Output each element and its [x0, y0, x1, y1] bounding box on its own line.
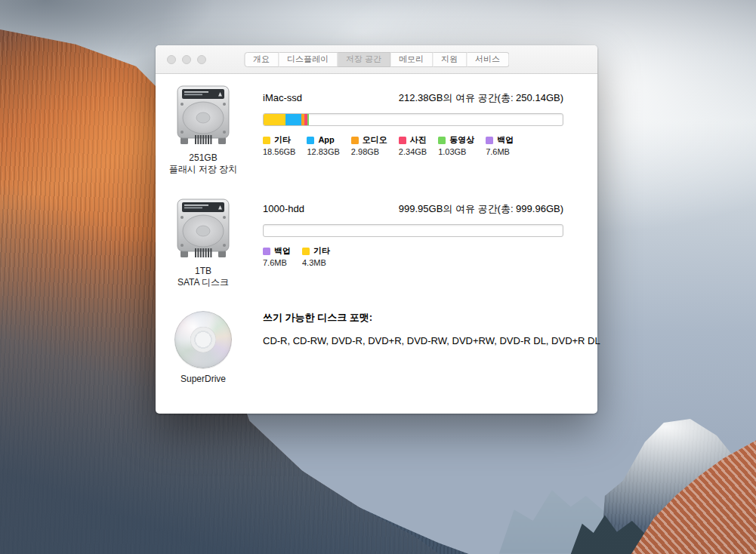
device-type: SATA 디스크: [162, 277, 245, 288]
title-bar: 개요디스플레이저장 공간메모리지원서비스: [156, 45, 597, 74]
usage-segment: [307, 114, 309, 125]
writable-formats-title: 쓰기 가능한 디스크 포맷:: [263, 312, 563, 324]
tab-bar: 개요디스플레이저장 공간메모리지원서비스: [244, 52, 509, 67]
legend-size: 2.98GB: [351, 147, 387, 157]
storage-legend: 백업7.6MB기타4.3MB: [263, 246, 563, 268]
volume-section-1000-hdd: 1000-hdd 999.95GB의 여유 공간(총: 999.96GB) 백업…: [263, 203, 563, 268]
tab-displays[interactable]: 디스플레이: [279, 52, 338, 67]
tab-storage[interactable]: 저장 공간: [338, 52, 390, 67]
device-type: 플래시 저장 장치: [162, 164, 245, 175]
legend-swatch-icon: [438, 137, 446, 144]
legend-size: 7.6MB: [263, 258, 291, 268]
device-label: SuperDrive: [162, 374, 245, 385]
storage-legend: 기타18.56GBApp12.83GB오디오2.98GB사진2.34GB동영상1…: [263, 135, 563, 157]
writable-formats-list: CD-R, CD-RW, DVD-R, DVD+R, DVD-RW, DVD+R…: [263, 335, 563, 347]
legend-label: 동영상: [449, 135, 474, 145]
legend-size: 4.3MB: [302, 258, 330, 268]
legend-swatch-icon: [302, 248, 310, 255]
usage-segment: [264, 114, 285, 125]
legend-item: 백업7.6MB: [486, 135, 514, 157]
tab-overview[interactable]: 개요: [244, 52, 279, 67]
legend-label: 백업: [497, 135, 514, 145]
legend-size: 2.34GB: [399, 147, 427, 157]
legend-label: 기타: [313, 246, 330, 256]
legend-label: 백업: [274, 246, 291, 256]
legend-swatch-icon: [263, 137, 270, 144]
legend-item: 오디오2.98GB: [351, 135, 387, 157]
device-sata-disk: 1TB SATA 디스크: [162, 199, 245, 288]
tab-memory[interactable]: 메모리: [390, 52, 433, 67]
legend-swatch-icon: [486, 137, 493, 144]
tab-support[interactable]: 지원: [433, 52, 467, 67]
volume-name: iMac-ssd: [263, 92, 302, 104]
device-capacity: 1TB: [162, 266, 245, 277]
legend-item: 동영상1.03GB: [438, 135, 474, 157]
device-capacity: 251GB: [162, 152, 245, 164]
traffic-lights: [167, 55, 206, 64]
legend-item: 기타18.56GB: [263, 135, 295, 157]
storage-usage-bar: [263, 224, 563, 237]
free-space-text: 212.38GB의 여유 공간(총: 250.14GB): [399, 92, 563, 104]
legend-swatch-icon: [351, 137, 359, 144]
hard-drive-icon: [175, 199, 231, 260]
legend-item: 사진2.34GB: [399, 135, 427, 157]
legend-label: 사진: [410, 135, 427, 145]
volume-name: 1000-hdd: [263, 203, 304, 215]
minimize-button[interactable]: [182, 55, 191, 64]
optical-section: 쓰기 가능한 디스크 포맷: CD-R, CD-RW, DVD-R, DVD+R…: [263, 312, 563, 347]
storage-usage-bar: [263, 113, 563, 126]
free-space-text: 999.95GB의 여유 공간(총: 999.96GB): [399, 203, 563, 215]
legend-swatch-icon: [263, 248, 270, 255]
device-label: 251GB 플래시 저장 장치: [162, 152, 245, 175]
device-label: 1TB SATA 디스크: [162, 266, 245, 288]
legend-label: 기타: [274, 135, 291, 145]
legend-item: 백업7.6MB: [263, 246, 291, 268]
legend-swatch-icon: [307, 137, 314, 144]
device-name: SuperDrive: [162, 374, 245, 385]
about-this-mac-window: 개요디스플레이저장 공간메모리지원서비스: [156, 45, 597, 414]
close-button[interactable]: [167, 55, 176, 64]
zoom-button[interactable]: [197, 55, 206, 64]
legend-item: 기타4.3MB: [302, 246, 330, 268]
legend-size: 12.83GB: [307, 147, 339, 157]
device-superdrive: SuperDrive: [162, 311, 245, 385]
legend-size: 1.03GB: [438, 147, 474, 157]
legend-size: 7.6MB: [486, 147, 514, 157]
tab-service[interactable]: 서비스: [467, 52, 509, 67]
legend-swatch-icon: [399, 137, 406, 144]
legend-item: App12.83GB: [307, 135, 339, 157]
legend-size: 18.56GB: [263, 147, 295, 157]
hard-drive-icon: [175, 85, 231, 147]
optical-disc-icon: [174, 311, 232, 368]
volume-section-imac-ssd: iMac-ssd 212.38GB의 여유 공간(총: 250.14GB) 기타…: [263, 92, 563, 157]
device-flash-storage: 251GB 플래시 저장 장치: [162, 85, 245, 175]
legend-label: App: [318, 135, 334, 145]
legend-label: 오디오: [363, 135, 387, 145]
usage-segment: [285, 114, 301, 125]
